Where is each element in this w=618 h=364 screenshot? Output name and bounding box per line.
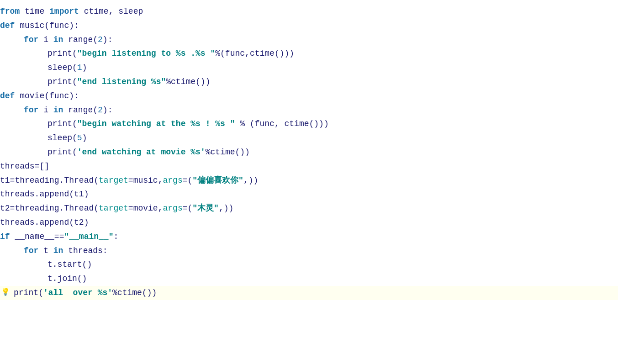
code-text: range(: [63, 104, 98, 117]
code-text: %(func,ctime())): [215, 47, 294, 60]
code-line-8: for i in range(2):: [0, 103, 618, 117]
code-text: i: [38, 104, 53, 117]
code-line-4: print("begin listening to %s .%s "%(func…: [0, 47, 618, 61]
code-text: print(: [14, 286, 43, 300]
code-text: %ctime()): [166, 75, 210, 89]
code-text: t2=threading.Thread(: [0, 202, 99, 215]
code-line-16: threads.append(t2): [0, 216, 618, 230]
keyword-if: if: [0, 230, 10, 243]
keyword-def: def: [0, 19, 15, 32]
code-text: =movie,: [128, 202, 163, 215]
keyword-in2: in: [53, 104, 63, 117]
code-text: print(: [48, 75, 77, 89]
code-line-14: threads.append(t1): [0, 187, 618, 201]
code-text: t1=threading.Thread(: [0, 174, 99, 187]
code-text: % (func, ctime())): [235, 117, 328, 131]
keyword-in: in: [53, 33, 63, 47]
code-text: t.join(): [48, 272, 87, 285]
code-text: ,)): [243, 174, 258, 187]
code-text: threads.append(t2): [0, 216, 89, 229]
code-text: t: [38, 244, 53, 258]
code-text: threads.append(t1): [0, 188, 89, 201]
code-line-7: def movie(func):: [0, 89, 618, 103]
code-line-18: for t in threads:: [0, 244, 618, 258]
code-text: %ctime()): [206, 146, 250, 159]
code-line-20: t.join(): [0, 272, 618, 286]
code-text: %ctime()): [112, 286, 157, 300]
string-chinese1: "偏偏喜欢你": [192, 174, 243, 187]
keyword-in3: in: [53, 244, 63, 258]
code-text: ): [82, 132, 87, 145]
code-text: __name__==: [10, 230, 64, 243]
code-line-5: sleep(1): [0, 61, 618, 75]
code-line-9: print("begin watching at the %s ! %s " %…: [0, 117, 618, 131]
number-5: 5: [77, 132, 82, 145]
keyword-for: for: [24, 33, 38, 47]
code-text: ): [82, 61, 87, 74]
param-args: args: [163, 174, 182, 187]
string-begin-listening: "begin listening to %s .%s ": [77, 47, 215, 60]
string-end-watching: 'end watching at movie %s': [77, 146, 206, 159]
code-line-15: t2=threading.Thread(target=movie,args=("…: [0, 201, 618, 216]
code-text: =music,: [128, 174, 163, 187]
code-text: =(: [183, 174, 193, 187]
code-editor: from time import ctime, sleep def music(…: [0, 0, 618, 364]
number-1: 1: [77, 61, 82, 74]
string-end-listening: "end listening %s": [77, 75, 166, 89]
code-text: threads:: [63, 244, 107, 258]
code-line-12: threads=[]: [0, 159, 618, 174]
code-text: t.start(): [48, 258, 92, 271]
code-text: print(: [48, 146, 77, 159]
code-line-3: for i in range(2):: [0, 33, 618, 47]
code-text: print(: [48, 117, 77, 131]
number-2b: 2: [98, 104, 103, 117]
keyword-def2: def: [0, 90, 15, 103]
param-target2: target: [99, 202, 128, 215]
code-text: ):: [103, 104, 113, 117]
code-text: sleep(: [48, 61, 77, 74]
code-line-13: t1=threading.Thread(target=music,args=("…: [0, 174, 618, 188]
keyword-for2: for: [24, 104, 38, 117]
bulb-icon: 💡: [1, 287, 10, 299]
param-target: target: [99, 174, 128, 187]
string-all-over: 'all over %s': [43, 286, 112, 300]
string-chinese2: "木灵": [192, 202, 219, 215]
code-line-6: print("end listening %s"%ctime()): [0, 75, 618, 89]
code-text: ctime, sleep: [79, 5, 143, 18]
code-line-17: if __name__=="__main__":: [0, 230, 618, 244]
code-line-11: print('end watching at movie %s'%ctime()…: [0, 145, 618, 159]
code-text: =(: [183, 202, 193, 215]
code-line-19: t.start(): [0, 258, 618, 272]
code-text: :: [113, 230, 118, 243]
code-text: ):: [103, 33, 113, 47]
code-line-10: sleep(5): [0, 131, 618, 145]
code-text: print(: [48, 47, 77, 60]
code-text: range(: [63, 33, 98, 47]
string-main: "__main__": [64, 230, 113, 243]
code-text: movie(func):: [15, 90, 79, 103]
code-text: i: [38, 33, 53, 47]
code-text: threads=[]: [0, 160, 49, 173]
keyword-import: import: [49, 5, 79, 18]
string-begin-watching: "begin watching at the %s ! %s ": [77, 117, 235, 131]
keyword-for3: for: [24, 244, 38, 258]
code-text: sleep(: [48, 132, 77, 145]
keyword-from: from: [0, 5, 20, 18]
code-text: ,)): [219, 202, 233, 215]
code-line-21: 💡 print('all over %s'%ctime()): [0, 286, 618, 300]
code-line-1: from time import ctime, sleep: [0, 5, 618, 19]
code-text: time: [20, 5, 49, 18]
param-args2: args: [163, 202, 182, 215]
code-line-2: def music(func):: [0, 19, 618, 33]
code-text: music(func):: [15, 19, 79, 32]
number-2: 2: [98, 33, 103, 47]
